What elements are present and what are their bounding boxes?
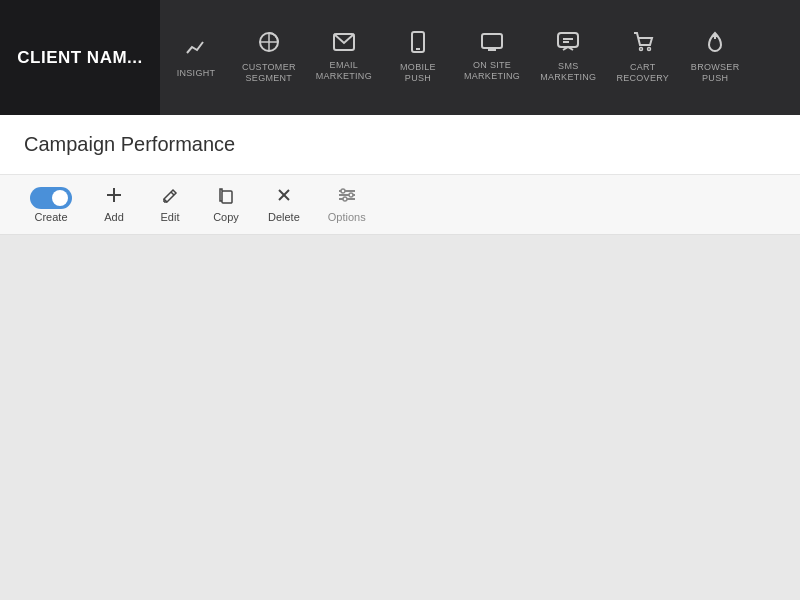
create-label: Create [34,211,67,223]
delete-button[interactable]: Delete [254,180,314,229]
nav-items: INSIGHT CUSTOMERSEGMENT EMAILMARKETI [160,0,800,115]
content-area [0,235,800,600]
copy-label: Copy [213,211,239,223]
insight-label: INSIGHT [177,68,216,79]
svg-point-26 [341,189,345,193]
nav-item-customer-segment[interactable]: CUSTOMERSEGMENT [232,0,306,115]
svg-point-13 [647,48,650,51]
nav-item-insight[interactable]: INSIGHT [160,0,232,115]
brand[interactable]: CLIENT NAM... [0,0,160,115]
copy-icon [217,186,235,209]
email-marketing-label: EMAILMARKETING [316,60,372,82]
customer-segment-icon [258,31,280,58]
delete-label: Delete [268,211,300,223]
on-site-marketing-label: ON SITEMARKETING [464,60,520,82]
insight-icon [185,37,207,64]
customer-segment-label: CUSTOMERSEGMENT [242,62,296,84]
svg-rect-6 [482,34,502,48]
nav-item-email-marketing[interactable]: EMAILMARKETING [306,0,382,115]
svg-point-12 [639,48,642,51]
nav-item-mobile-push[interactable]: MOBILEPUSH [382,0,454,115]
page-title: Campaign Performance [24,133,235,155]
svg-point-28 [343,197,347,201]
options-icon [337,186,357,209]
on-site-marketing-icon [481,33,503,56]
browser-push-icon [704,31,726,58]
svg-rect-20 [222,191,232,203]
email-marketing-icon [333,33,355,56]
edit-label: Edit [161,211,180,223]
create-toggle[interactable] [30,187,72,209]
add-icon [105,186,123,209]
edit-icon [161,186,179,209]
nav-item-on-site-marketing[interactable]: ON SITEMARKETING [454,0,530,115]
nav-item-cart-recovery[interactable]: CARTRECOVERY [606,0,679,115]
add-label: Add [104,211,124,223]
nav-item-sms-marketing[interactable]: SMSMARKETING [530,0,606,115]
toolbar: Create Add Edit [0,175,800,235]
copy-button[interactable]: Copy [198,180,254,229]
toggle-slider [30,187,72,209]
cart-recovery-label: CARTRECOVERY [616,62,669,84]
main-content: Campaign Performance Create Add [0,115,800,600]
sms-marketing-icon [557,32,579,57]
edit-button[interactable]: Edit [142,180,198,229]
options-button[interactable]: Options [314,180,380,229]
sms-marketing-label: SMSMARKETING [540,61,596,83]
brand-label: CLIENT NAM... [17,48,143,68]
navbar: CLIENT NAM... INSIGHT CUSTOMERSEGMENT [0,0,800,115]
svg-point-27 [349,193,353,197]
add-button[interactable]: Add [86,180,142,229]
options-label: Options [328,211,366,223]
page-title-bar: Campaign Performance [0,115,800,175]
mobile-push-icon [411,31,425,58]
delete-icon [275,186,293,209]
browser-push-label: BROWSERPUSH [691,62,740,84]
nav-item-browser-push[interactable]: BROWSERPUSH [679,0,751,115]
cart-recovery-icon [632,31,654,58]
mobile-push-label: MOBILEPUSH [400,62,436,84]
svg-line-17 [171,192,174,195]
create-toggle-container[interactable]: Create [16,181,86,229]
